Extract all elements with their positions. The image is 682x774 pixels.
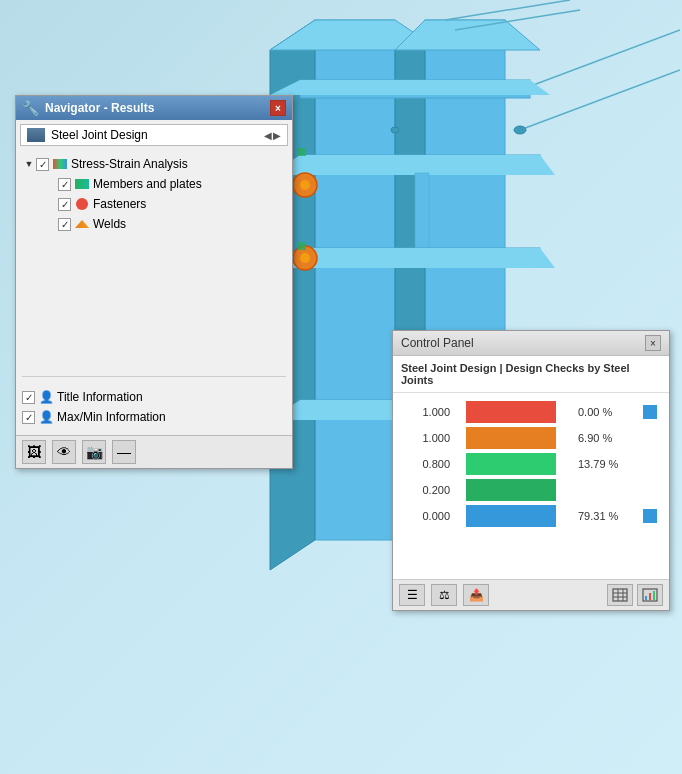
welds-icon — [74, 216, 90, 232]
navigator-titlebar: 🔧 Navigator - Results × — [16, 96, 292, 120]
title-info-label: Title Information — [57, 390, 143, 404]
svg-rect-41 — [649, 593, 651, 600]
tree-checkbox-title[interactable]: ✓ — [22, 391, 35, 404]
navigator-title-left: 🔧 Navigator - Results — [22, 100, 154, 116]
tree-checkbox-stress[interactable]: ✓ — [36, 158, 49, 171]
legend-bar-2 — [466, 453, 556, 475]
svg-rect-42 — [653, 591, 655, 600]
title-info-icon: 👤 — [38, 389, 54, 405]
tree-item-title-info[interactable]: ✓ 👤 Title Information — [22, 387, 286, 407]
tree-checkbox-members[interactable]: ✓ — [58, 178, 71, 191]
navigator-close-button[interactable]: × — [270, 100, 286, 116]
toolbar-view-button[interactable]: 👁 — [52, 440, 76, 464]
maxmin-label: Max/Min Information — [57, 410, 166, 424]
cp-close-button[interactable]: × — [645, 335, 661, 351]
navigator-title: Navigator - Results — [45, 101, 154, 115]
legend-indicator-4 — [643, 509, 657, 523]
legend-indicator-2 — [643, 457, 657, 471]
svg-point-33 — [391, 127, 399, 133]
legend-bar-0 — [466, 401, 556, 423]
toolbar-line-button[interactable]: — — [112, 440, 136, 464]
chart-icon — [642, 588, 658, 602]
cp-title: Control Panel — [401, 336, 474, 350]
welds-label: Welds — [93, 217, 126, 231]
tree-toggle-stress[interactable]: ▼ — [22, 157, 36, 171]
legend-row-2: 0.800 13.79 % — [405, 453, 657, 475]
tree-item-welds[interactable]: ✓ Welds — [22, 214, 286, 234]
fasteners-icon — [74, 196, 90, 212]
tree-item-members[interactable]: ✓ Members and plates — [22, 174, 286, 194]
navigator-panel: 🔧 Navigator - Results × Steel Joint Desi… — [15, 95, 293, 469]
legend-value-2: 0.800 — [405, 458, 450, 470]
dropdown-arrows[interactable]: ◀ ▶ — [264, 130, 281, 141]
svg-rect-29 — [298, 242, 306, 250]
tree-checkbox-fasteners[interactable]: ✓ — [58, 198, 71, 211]
cp-list-button[interactable]: ☰ — [399, 584, 425, 606]
cp-spacer — [393, 539, 669, 579]
legend-bar-3 — [466, 479, 556, 501]
navigator-tree: ▼ ✓ Stress-Strain Analysis ✓ Members and… — [16, 150, 292, 370]
tree-checkbox-welds[interactable]: ✓ — [58, 218, 71, 231]
svg-point-27 — [300, 253, 310, 263]
legend-row-0: 1.000 0.00 % — [405, 401, 657, 423]
cp-legend: 1.000 0.00 % 1.000 6.90 % 0.800 13.79 % … — [393, 393, 669, 539]
svg-marker-13 — [270, 80, 550, 95]
tree-item-fasteners[interactable]: ✓ Fasteners — [22, 194, 286, 214]
legend-indicator-0 — [643, 405, 657, 419]
legend-value-0: 1.000 — [405, 406, 450, 418]
members-icon — [74, 176, 90, 192]
svg-rect-34 — [613, 589, 627, 601]
members-label: Members and plates — [93, 177, 202, 191]
svg-rect-40 — [645, 596, 647, 600]
legend-indicator-3 — [643, 483, 657, 497]
cp-titlebar: Control Panel × — [393, 331, 669, 356]
cp-balance-button[interactable]: ⚖ — [431, 584, 457, 606]
legend-bar-4 — [466, 505, 556, 527]
dropdown-label: Steel Joint Design — [51, 128, 148, 142]
table-icon — [612, 588, 628, 602]
navigator-header-icons[interactable]: × — [270, 100, 286, 116]
legend-row-4: 0.000 79.31 % — [405, 505, 657, 527]
toolbar-render-button[interactable]: 🖼 — [22, 440, 46, 464]
prev-arrow[interactable]: ◀ — [264, 130, 272, 141]
tree-item-stress-strain[interactable]: ▼ ✓ Stress-Strain Analysis — [22, 154, 286, 174]
svg-rect-28 — [298, 148, 306, 156]
cp-export-button[interactable]: 📤 — [463, 584, 489, 606]
stress-icon — [52, 156, 68, 172]
cp-table-button[interactable] — [607, 584, 633, 606]
nav-separator — [22, 376, 286, 377]
maxmin-icon: 👤 — [38, 409, 54, 425]
legend-indicator-1 — [643, 431, 657, 445]
tree-checkbox-maxmin[interactable]: ✓ — [22, 411, 35, 424]
svg-rect-17 — [415, 173, 429, 248]
legend-value-1: 1.000 — [405, 432, 450, 444]
legend-value-3: 0.200 — [405, 484, 450, 496]
control-panel: Control Panel × Steel Joint Design | Des… — [392, 330, 670, 611]
legend-row-3: 0.200 — [405, 479, 657, 501]
svg-point-32 — [514, 126, 526, 134]
nav-bottom-items: ✓ 👤 Title Information ✓ 👤 Max/Min Inform… — [16, 383, 292, 435]
navigator-icon: 🔧 — [22, 100, 39, 116]
dropdown-icon — [27, 128, 45, 142]
legend-bar-1 — [466, 427, 556, 449]
cp-chart-button[interactable] — [637, 584, 663, 606]
cp-toolbar: ☰ ⚖ 📤 — [393, 579, 669, 610]
navigator-toolbar: 🖼 👁 📷 — — [16, 435, 292, 468]
tree-item-maxmin[interactable]: ✓ 👤 Max/Min Information — [22, 407, 286, 427]
legend-percent-2: 13.79 % — [572, 458, 627, 470]
legend-percent-1: 6.90 % — [572, 432, 627, 444]
svg-marker-16 — [270, 155, 555, 175]
svg-point-25 — [300, 180, 310, 190]
navigator-dropdown[interactable]: Steel Joint Design ◀ ▶ — [20, 124, 288, 146]
legend-value-4: 0.000 — [405, 510, 450, 522]
cp-toolbar-right — [607, 584, 663, 606]
next-arrow[interactable]: ▶ — [273, 130, 281, 141]
legend-row-1: 1.000 6.90 % — [405, 427, 657, 449]
legend-percent-0: 0.00 % — [572, 406, 627, 418]
legend-percent-4: 79.31 % — [572, 510, 627, 522]
cp-toolbar-left: ☰ ⚖ 📤 — [399, 584, 489, 606]
toolbar-camera-button[interactable]: 📷 — [82, 440, 106, 464]
fasteners-label: Fasteners — [93, 197, 146, 211]
stress-label: Stress-Strain Analysis — [71, 157, 188, 171]
cp-subtitle: Steel Joint Design | Design Checks by St… — [393, 356, 669, 393]
